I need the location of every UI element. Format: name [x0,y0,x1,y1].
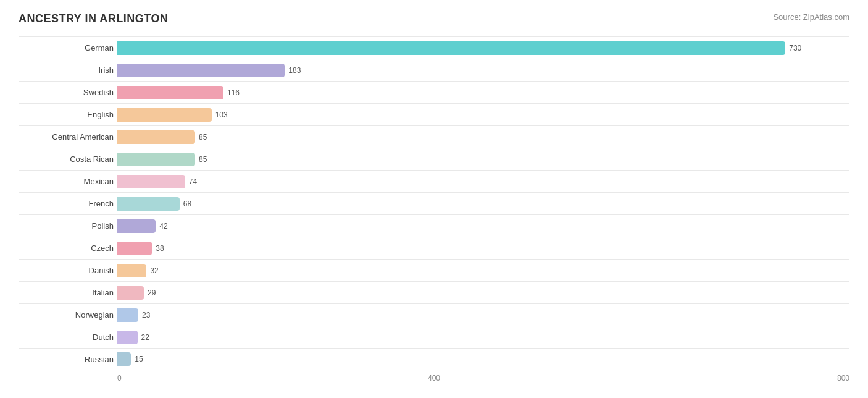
bar-container: 85 [117,153,849,166]
bar-value-label: 38 [156,244,164,253]
bar-container: 42 [117,219,849,233]
bar-value-label: 116 [227,88,240,97]
bar-value-label: 74 [189,177,197,186]
table-row: Swedish116 [19,81,849,103]
bar-label: Dutch [19,332,117,342]
bar [117,175,185,188]
bar [117,352,131,366]
bar-label: Danish [19,266,117,275]
bar-value-label: 103 [215,111,228,119]
chart-title: ANCESTRY IN ARLINGTON [19,12,169,25]
table-row: Danish32 [19,259,849,281]
bar-container: 103 [117,108,849,122]
x-axis-label: 400 [428,374,440,383]
table-row: Irish183 [19,59,849,81]
table-row: German730 [19,36,849,59]
bar-container: 85 [117,130,849,144]
bar-container: 32 [117,264,849,277]
bar-label: Mexican [19,177,117,186]
bar [117,197,180,211]
bar [117,41,785,55]
bar-label: Italian [19,288,117,297]
bar [117,242,152,255]
bar-value-label: 85 [199,133,207,142]
bar-label: Polish [19,221,117,231]
bar [117,219,156,233]
bar-value-label: 15 [135,355,143,363]
bar-value-label: 183 [288,66,301,75]
bar-value-label: 22 [141,333,149,342]
table-row: Polish42 [19,214,849,237]
bar-container: 22 [117,331,849,344]
chart-wrapper: German730Irish183Swedish116English103Cen… [19,36,849,383]
bar [117,331,138,344]
bar [117,64,285,77]
bar [117,286,144,300]
x-axis-label: 800 [837,374,849,383]
bar-value-label: 85 [199,155,207,164]
bar-value-label: 730 [789,44,801,53]
bars-container: German730Irish183Swedish116English103Cen… [19,36,849,370]
bar-label: Norwegian [19,310,117,320]
bar [117,264,146,277]
bar-value-label: 32 [150,266,158,275]
table-row: Norwegian23 [19,303,849,326]
table-row: Italian29 [19,281,849,303]
bar-container: 38 [117,242,849,255]
bar [117,308,138,322]
bar [117,86,223,100]
bar-label: Swedish [19,88,117,97]
table-row: French68 [19,192,849,214]
bar-value-label: 68 [183,200,191,208]
table-row: Mexican74 [19,170,849,192]
bar-label: Central American [19,132,117,142]
table-row: Russian15 [19,348,849,370]
bar-container: 29 [117,286,849,300]
x-axis: 0400800 [19,374,849,383]
bar-label: Russian [19,355,117,364]
bar-label: German [19,43,117,53]
bar-container: 15 [117,352,849,366]
table-row: Costa Rican85 [19,148,849,170]
table-row: Czech38 [19,237,849,259]
bar-container: 68 [117,197,849,211]
table-row: Central American85 [19,125,849,148]
bar-container: 183 [117,64,849,77]
bar-container: 730 [117,41,849,55]
bar-label: Costa Rican [19,155,117,164]
source-label: Source: ZipAtlas.com [773,12,849,22]
bar-label: English [19,110,117,119]
bar-value-label: 42 [159,222,167,231]
bar-label: Irish [19,66,117,75]
bar-label: French [19,199,117,208]
bar [117,130,195,144]
table-row: Dutch22 [19,326,849,348]
bar [117,153,195,166]
x-axis-label: 0 [117,374,122,383]
table-row: English103 [19,103,849,125]
bar [117,108,212,122]
bar-value-label: 29 [148,289,156,297]
bar-label: Czech [19,243,117,253]
bar-container: 74 [117,175,849,188]
bar-value-label: 23 [142,311,150,320]
bar-container: 116 [117,86,849,100]
bar-container: 23 [117,308,849,322]
